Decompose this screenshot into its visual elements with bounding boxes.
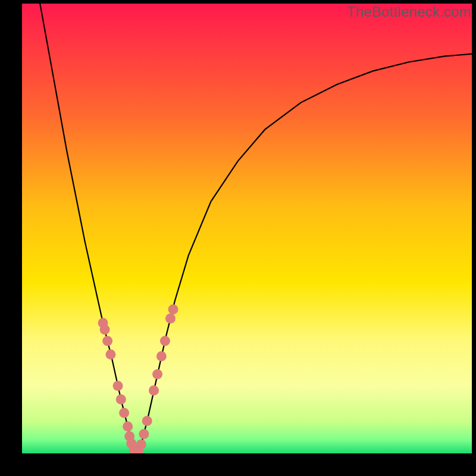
plot-background bbox=[22, 4, 472, 453]
plot-svg bbox=[22, 4, 472, 453]
data-point bbox=[100, 325, 110, 335]
data-point bbox=[139, 429, 149, 439]
data-point bbox=[119, 408, 129, 418]
data-point bbox=[165, 314, 176, 324]
data-point bbox=[142, 416, 152, 426]
plot-area bbox=[22, 4, 472, 453]
data-point bbox=[136, 439, 146, 449]
data-point bbox=[160, 336, 170, 346]
data-point bbox=[105, 349, 115, 359]
data-point bbox=[123, 421, 133, 431]
watermark-text: TheBottleneck.com bbox=[347, 4, 471, 20]
data-point bbox=[113, 381, 123, 391]
data-point bbox=[149, 386, 159, 396]
data-point bbox=[168, 305, 178, 315]
data-point bbox=[156, 351, 167, 361]
chart-frame: TheBottleneck.com bbox=[0, 0, 476, 476]
data-point bbox=[152, 369, 162, 379]
data-point bbox=[102, 336, 112, 346]
data-point bbox=[116, 394, 126, 405]
